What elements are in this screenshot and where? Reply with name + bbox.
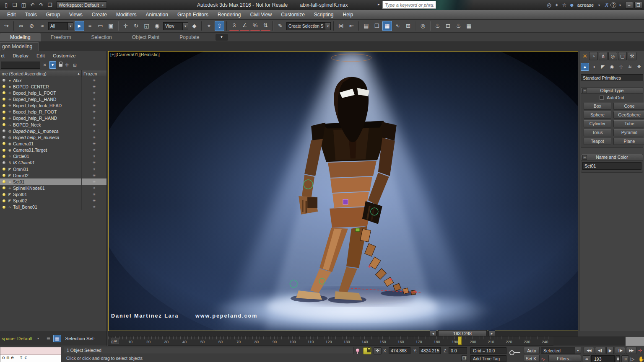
frozen-cell[interactable]: ✳ (81, 160, 106, 166)
explorer-row[interactable]: ◤Spot01✳ (0, 191, 106, 198)
object-type-cylinder-button[interactable]: Cylinder (584, 120, 611, 127)
explorer-menu-display[interactable]: Display (13, 53, 29, 58)
menu-item-scripting[interactable]: Scripting (309, 10, 338, 19)
keyboard-override-icon[interactable]: ⇧ (215, 21, 224, 31)
select-and-rotate-icon[interactable]: ↻ (131, 21, 141, 31)
primitive-category-dropdown[interactable]: Standard Primitives (581, 74, 643, 81)
collapse-rollout-icon[interactable]: – (582, 88, 587, 93)
frozen-cell[interactable]: ✳ (81, 178, 106, 185)
frozen-cell[interactable]: ✳ (81, 172, 106, 178)
new-key-tangent-icon[interactable]: ∿ (541, 356, 545, 362)
frozen-cell[interactable]: ✳ (81, 198, 106, 204)
align-icon[interactable]: ⇤ (347, 21, 356, 31)
object-name-field[interactable]: Set01 (582, 162, 641, 170)
select-object-icon[interactable]: ► (75, 21, 84, 31)
visibility-bulb-icon[interactable] (3, 180, 5, 183)
explorer-row[interactable]: ✛Boped_help_look_HEAD✳ (0, 103, 106, 109)
explorer-row[interactable]: ∴BOPED_Neck✳ (0, 122, 106, 128)
lock-explorer-icon[interactable] (59, 64, 62, 67)
frame-spinner[interactable] (615, 355, 620, 362)
signed-in-username[interactable]: acrease (577, 3, 594, 8)
frozen-cell[interactable]: ✳ (81, 153, 106, 160)
object-type-plane-button[interactable]: Plane (613, 138, 644, 145)
object-type-tube-button[interactable]: Tube (613, 120, 644, 127)
restore-window-button[interactable]: ❐ (634, 2, 642, 9)
frozen-cell[interactable]: ✳ (81, 128, 106, 134)
name-color-rollout-header[interactable]: – Name and Color (581, 154, 643, 160)
x-coordinate-field[interactable]: 474.868 (389, 347, 410, 354)
menu-item-edit[interactable]: Edit (3, 10, 21, 19)
ribbon-tab-object-paint[interactable]: Object Paint (122, 33, 169, 41)
visibility-bulb-icon[interactable] (3, 142, 5, 145)
key-filters-button[interactable]: Filters... (548, 355, 581, 362)
explorer-row[interactable]: ✛Boped_help_R_FOOT✳ (0, 109, 106, 115)
explorer-settings-icon[interactable]: ⊞ (71, 62, 78, 68)
window-crossing-icon[interactable]: ▣ (106, 21, 116, 31)
visibility-bulb-icon[interactable] (3, 98, 5, 101)
object-type-cone-button[interactable]: Cone (613, 103, 644, 110)
menu-item-civil-view[interactable]: Civil View (245, 10, 276, 19)
frozen-cell[interactable]: ✳ (81, 122, 106, 128)
scene-explorer-icon[interactable]: ▦ (53, 335, 61, 342)
frozen-cell[interactable]: ✳ (81, 185, 106, 191)
communication-center-icon[interactable]: ⌖ (553, 2, 561, 8)
frozen-cell[interactable]: ✳ (81, 140, 106, 147)
user-avatar-icon[interactable]: ☻ (568, 2, 576, 8)
next-frame-arrow[interactable]: ► (488, 331, 495, 336)
isolate-selection-icon[interactable] (356, 349, 359, 352)
select-and-move-icon[interactable]: ✛ (121, 21, 130, 31)
selection-lock-toggle[interactable] (363, 347, 371, 354)
frozen-cell[interactable]: ✳ (81, 77, 106, 83)
set-keys-key-icon[interactable] (509, 350, 514, 355)
ribbon-tab-freeform[interactable]: Freeform (41, 33, 81, 41)
ribbon-panel-polygon-modeling[interactable]: gon Modeling (0, 42, 39, 51)
unlink-selection-icon[interactable]: ⊘ (27, 21, 36, 31)
clear-search-icon[interactable]: ✕ (41, 62, 48, 68)
time-configuration-icon[interactable]: ◫ (621, 355, 629, 362)
visibility-bulb-icon[interactable] (3, 104, 5, 107)
visibility-bulb-icon[interactable] (3, 186, 5, 189)
search-flyout-icon[interactable]: ▸ (378, 2, 380, 6)
visibility-bulb-icon[interactable] (3, 199, 5, 202)
visibility-bulb-icon[interactable] (3, 136, 5, 139)
helpers-icon[interactable]: ⊹ (617, 63, 625, 71)
menu-item-modifiers[interactable]: Modifiers (112, 10, 141, 19)
tab-modify-icon[interactable]: ◔ (589, 52, 598, 60)
frozen-cell[interactable]: ✳ (81, 83, 106, 90)
maxscript-mini-listener[interactable]: ome tc (0, 347, 61, 362)
percent-snap-icon[interactable]: % (250, 21, 260, 31)
tab-utilities-icon[interactable]: ⚒ (628, 52, 636, 60)
search-icon[interactable]: ◎ (545, 2, 553, 8)
frame-indicator[interactable]: 193 / 248 (438, 330, 487, 336)
key-filter-dropdown[interactable]: Selected ▼ (541, 347, 581, 354)
z-coordinate-field[interactable]: 0.0 (449, 347, 467, 354)
render-production-icon[interactable]: ♨ (454, 21, 463, 31)
tab-create-icon[interactable]: ✳ (581, 53, 589, 59)
rendered-frame-icon[interactable]: ⊡ (443, 21, 453, 31)
schematic-view-icon[interactable]: ⊞ (403, 21, 413, 31)
listener-script-line[interactable]: ome tc (0, 355, 61, 362)
visibility-bulb-icon[interactable] (3, 117, 5, 120)
column-name-header[interactable]: me (Sorted Ascending) (0, 71, 77, 76)
chevron-down-icon[interactable]: ▼ (37, 337, 40, 340)
explorer-row[interactable]: ◉Camera01✳ (0, 140, 106, 147)
explorer-row[interactable]: ✛SplineIKNode01✳ (0, 185, 106, 191)
explorer-menu-customize[interactable]: Customize (53, 53, 75, 58)
object-type-torus-button[interactable]: Torus (584, 129, 611, 136)
project-folder-icon[interactable]: ❐ (46, 0, 55, 10)
time-slider-track[interactable]: ◄ 193 / 248 ► (108, 331, 578, 336)
object-type-sphere-button[interactable]: Sphere (584, 111, 611, 119)
layers-icon[interactable]: ≣ (46, 336, 50, 341)
visibility-bulb-icon[interactable] (3, 155, 5, 158)
visibility-bulb-icon[interactable] (3, 168, 5, 171)
tab-motion-icon[interactable]: ◎ (608, 52, 617, 60)
pan-hand-icon[interactable]: ✋ (638, 356, 644, 362)
object-type-pyramid-button[interactable]: Pyramid (613, 129, 644, 136)
cameras-icon[interactable]: ◉ (608, 63, 616, 71)
angle-snap-icon[interactable]: ∠ (240, 21, 249, 31)
frozen-cell[interactable]: ✳ (81, 147, 106, 153)
visibility-bulb-icon[interactable] (3, 123, 5, 126)
previous-frame-button[interactable]: ◀❙ (595, 347, 605, 354)
current-frame-field[interactable]: 193 (591, 355, 615, 362)
frozen-cell[interactable]: ✳ (81, 134, 106, 140)
